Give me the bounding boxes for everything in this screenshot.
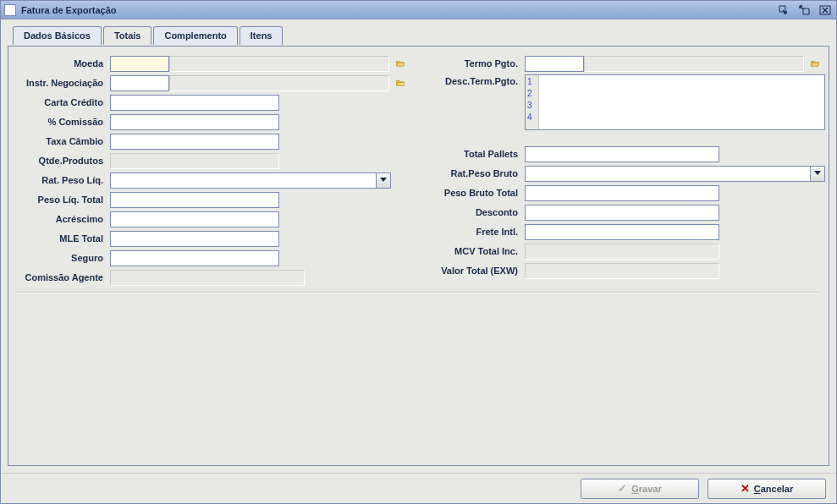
rat-peso-liq-combo[interactable] [110,173,376,189]
x-icon: ✕ [741,482,750,495]
label-carta-credito: Carta Crédito [15,97,110,107]
label-mcv-total-inc: MCV Total Inc. [430,246,525,256]
mcv-total-inc-display [525,244,719,260]
label-qtde-produtos: Qtde.Produtos [15,156,110,166]
line-number: 4 [527,112,537,123]
cancelar-label-rest: ancelar [761,484,794,494]
rat-peso-liq-dropdown-button[interactable] [376,173,391,189]
tab-totais[interactable]: Totais [103,26,152,45]
gravar-mnemonic: G [631,484,639,494]
maximize-icon[interactable] [797,4,812,16]
total-pallets-input[interactable] [525,146,719,162]
tab-dados-basicos[interactable]: Dados Básicos [13,26,102,45]
minimize-icon[interactable] [777,4,792,16]
qtde-produtos-display [110,153,279,169]
label-instr-negociacao: Instr. Negociação [15,78,110,88]
label-rat-peso-bruto: Rat.Peso Bruto [430,168,525,178]
acrescimo-input[interactable] [110,211,279,227]
footer-button-bar: ✓ Gravar ✕ Cancelar [1,473,836,503]
desc-line-gutter: 1 2 3 4 [526,75,539,129]
chevron-down-icon [380,178,387,183]
line-number: 2 [527,88,537,100]
left-column: Moeda Instr. Negociação [15,55,410,288]
label-moeda: Moeda [15,58,110,68]
window-fatura-exportacao: Fatura de Exportação Dados Básicos Totai… [0,0,837,504]
desc-term-pgto-box: 1 2 3 4 [525,74,825,130]
instr-negociacao-code-input[interactable] [110,75,169,91]
desc-term-pgto-textarea[interactable] [539,75,824,129]
check-icon: ✓ [618,482,627,495]
comissao-agente-display [110,270,305,286]
pct-comissao-input[interactable] [110,114,279,130]
cancelar-button[interactable]: ✕ Cancelar [708,479,826,499]
valor-total-exw-display [525,263,719,279]
tab-complemento[interactable]: Complemento [153,26,237,45]
rat-peso-bruto-dropdown-button[interactable] [810,166,825,182]
rat-peso-bruto-combo[interactable] [525,166,810,182]
label-pct-comissao: % Comissão [15,117,110,127]
peso-bruto-total-input[interactable] [525,185,719,201]
label-valor-total-exw: Valor Total (EXW) [430,266,525,276]
carta-credito-input[interactable] [110,95,279,111]
gravar-button: ✓ Gravar [581,479,699,499]
label-mle-total: MLE Total [15,233,110,244]
folder-open-icon [811,58,819,69]
folder-open-icon [396,77,405,89]
tab-itens[interactable]: Itens [240,26,284,45]
label-taxa-cambio: Taxa Câmbio [15,136,110,146]
label-termo-pgto: Termo Pgto. [430,58,525,68]
folder-open-icon [396,58,405,69]
mle-total-input[interactable] [110,231,279,247]
taxa-cambio-input[interactable] [110,134,279,150]
moeda-lookup-button[interactable] [391,56,410,72]
label-comissao-agente: Comissão Agente [15,272,110,282]
instr-negociacao-desc-display [169,75,389,91]
window-buttons [777,4,833,16]
tab-strip: Dados Básicos Totais Complemento Itens [8,26,829,45]
termo-pgto-lookup-button[interactable] [806,56,824,72]
window-icon [4,4,16,16]
seguro-input[interactable] [110,250,279,266]
label-seguro: Seguro [15,253,110,263]
instr-negociacao-lookup-button[interactable] [391,75,410,91]
desconto-input[interactable] [525,205,719,221]
frete-intl-input[interactable] [525,224,719,240]
tab-panel-totais: Moeda Instr. Negociação [8,46,829,466]
label-acrescimo: Acréscimo [15,214,110,224]
chevron-down-icon [814,171,821,176]
label-desc-term-pgto: Desc.Term.Pgto. [430,74,525,86]
moeda-desc-display [169,56,389,72]
label-peso-liq-total: Peso Líq. Total [15,194,110,205]
titlebar: Fatura de Exportação [1,1,836,19]
line-number: 1 [527,76,537,88]
right-column: Termo Pgto. Desc.Term.Pgto. 1 2 [430,55,825,288]
cancelar-mnemonic: C [754,484,761,494]
moeda-code-input[interactable] [110,56,169,72]
termo-pgto-desc-display [584,56,804,72]
divider [17,292,820,293]
label-peso-bruto-total: Peso Bruto Total [430,188,525,198]
label-total-pallets: Total Pallets [430,149,525,159]
line-number: 3 [527,100,537,112]
content-area: Dados Básicos Totais Complemento Itens M… [1,19,836,473]
label-rat-peso-liq: Rat. Peso Líq. [15,175,110,185]
gravar-label-rest: ravar [639,484,662,494]
label-desconto: Desconto [430,207,525,217]
close-icon[interactable] [818,4,833,16]
peso-liq-total-input[interactable] [110,192,279,208]
termo-pgto-code-input[interactable] [525,56,584,72]
window-title: Fatura de Exportação [21,5,777,15]
label-frete-intl: Frete Intl. [430,227,525,237]
